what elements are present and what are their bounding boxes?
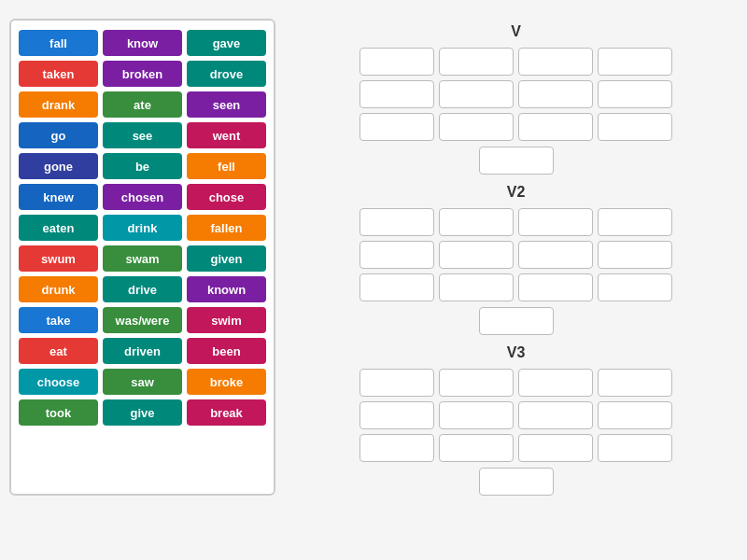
word-chip[interactable]: take (19, 307, 98, 333)
drop-grid-v (359, 48, 672, 141)
drop-box[interactable] (518, 48, 593, 76)
drop-grid-v2 (359, 208, 672, 301)
word-chip[interactable]: broken (103, 61, 182, 87)
drop-box[interactable] (518, 80, 593, 108)
drop-box[interactable] (439, 369, 514, 397)
drop-box[interactable] (439, 434, 514, 462)
drop-box[interactable] (359, 241, 434, 269)
drop-box[interactable] (598, 401, 672, 429)
drop-box[interactable] (439, 208, 514, 236)
drop-box[interactable] (439, 113, 514, 141)
drop-box[interactable] (518, 434, 593, 462)
drop-box[interactable] (439, 48, 514, 76)
word-chip[interactable]: eaten (19, 215, 98, 241)
drop-box[interactable] (439, 241, 514, 269)
word-chip[interactable]: driven (103, 338, 182, 364)
word-chip[interactable]: seen (187, 91, 266, 118)
drop-box[interactable] (439, 273, 514, 301)
drop-box[interactable] (359, 434, 434, 462)
drop-box[interactable] (439, 80, 514, 108)
main-container: fallknowgavetakenbrokendrovedrankateseen… (0, 0, 747, 514)
word-chip[interactable]: chosen (103, 184, 182, 210)
drop-grid-v3 (359, 369, 672, 462)
word-chip[interactable]: break (187, 399, 266, 426)
word-chip[interactable]: drove (187, 61, 266, 87)
word-chip[interactable]: been (187, 338, 266, 364)
word-chip[interactable]: ate (103, 91, 182, 118)
word-chip[interactable]: broke (187, 369, 266, 395)
drop-box[interactable] (359, 48, 434, 76)
drop-box[interactable] (598, 434, 672, 462)
drop-box[interactable] (518, 401, 593, 429)
drop-box[interactable] (359, 113, 434, 141)
section-title-v3: V3 (507, 344, 526, 361)
drop-box[interactable] (359, 401, 434, 429)
word-bank: fallknowgavetakenbrokendrovedrankateseen… (9, 19, 275, 496)
word-chip[interactable]: drive (103, 276, 182, 302)
drop-box[interactable] (359, 369, 434, 397)
word-chip[interactable]: known (187, 276, 266, 302)
drop-box[interactable] (359, 208, 434, 236)
word-chip[interactable]: knew (19, 184, 98, 210)
word-chip[interactable]: gave (187, 30, 266, 56)
word-chip[interactable]: taken (19, 61, 98, 87)
drop-single-row (479, 147, 554, 175)
section-v2: V2 (294, 184, 738, 335)
word-chip[interactable]: drunk (19, 276, 98, 302)
word-chip[interactable]: be (103, 153, 182, 179)
drop-box[interactable] (598, 208, 672, 236)
drop-box[interactable] (598, 48, 672, 76)
drop-box-single[interactable] (479, 468, 554, 496)
word-chip[interactable]: swam (103, 245, 182, 272)
word-chip[interactable]: fell (187, 153, 266, 179)
drop-box[interactable] (439, 401, 514, 429)
word-chip[interactable]: chose (187, 184, 266, 210)
word-chip[interactable]: gone (19, 153, 98, 179)
word-chip[interactable]: go (19, 122, 98, 148)
section-title-v: V (511, 23, 521, 40)
drop-single-row (479, 468, 554, 496)
word-chip[interactable]: choose (19, 369, 98, 395)
drop-area: VV2V3 (294, 19, 738, 496)
word-chip[interactable]: saw (103, 369, 182, 395)
word-chip[interactable]: took (19, 399, 98, 426)
word-chip[interactable]: know (103, 30, 182, 56)
drop-box[interactable] (598, 241, 672, 269)
drop-box-single[interactable] (479, 307, 554, 335)
drop-single-row (479, 307, 554, 335)
word-chip[interactable]: fallen (187, 215, 266, 241)
drop-box[interactable] (518, 273, 593, 301)
section-v3: V3 (294, 344, 738, 496)
word-chip[interactable]: eat (19, 338, 98, 364)
word-chip[interactable]: see (103, 122, 182, 148)
word-chip[interactable]: went (187, 122, 266, 148)
drop-box[interactable] (598, 113, 672, 141)
word-chip[interactable]: give (103, 399, 182, 426)
word-chip[interactable]: fall (19, 30, 98, 56)
word-chip[interactable]: was/were (103, 307, 182, 333)
section-title-v2: V2 (507, 184, 526, 201)
word-chip[interactable]: drink (103, 215, 182, 241)
section-v: V (294, 23, 738, 175)
drop-box[interactable] (598, 369, 672, 397)
drop-box-single[interactable] (479, 147, 554, 175)
drop-box[interactable] (598, 273, 672, 301)
drop-box[interactable] (359, 273, 434, 301)
word-chip[interactable]: swim (187, 307, 266, 333)
drop-box[interactable] (518, 241, 593, 269)
word-chip[interactable]: drank (19, 91, 98, 118)
word-chip[interactable]: given (187, 245, 266, 272)
drop-box[interactable] (359, 80, 434, 108)
drop-box[interactable] (518, 369, 593, 397)
drop-box[interactable] (598, 80, 672, 108)
drop-box[interactable] (518, 208, 593, 236)
word-chip[interactable]: swum (19, 245, 98, 272)
drop-box[interactable] (518, 113, 593, 141)
